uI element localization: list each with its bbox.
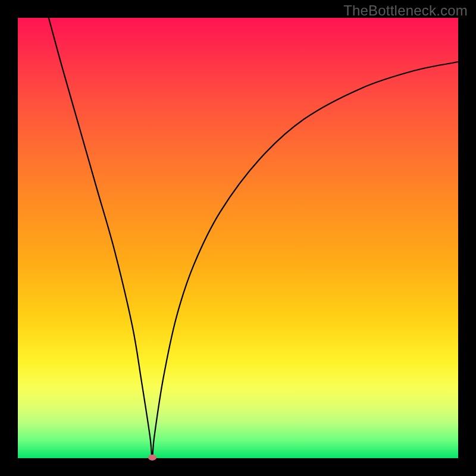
bottleneck-curve bbox=[18, 18, 458, 458]
watermark-label: TheBottleneck.com bbox=[343, 2, 468, 19]
optimal-point-marker bbox=[148, 455, 156, 461]
